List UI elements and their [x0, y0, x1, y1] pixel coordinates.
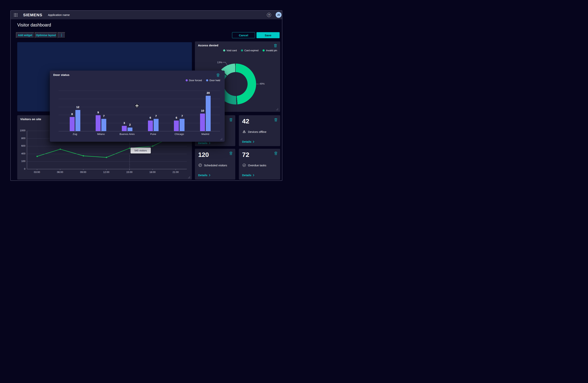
avatar[interactable]: JD [276, 12, 281, 18]
details-link[interactable]: Details [242, 173, 254, 177]
application-name: Application name [48, 13, 70, 17]
bar-value-label: 20 [204, 91, 212, 95]
kpi-value: 42 [242, 117, 249, 125]
delete-widget-icon[interactable] [229, 151, 233, 155]
details-link[interactable]: Details [198, 173, 210, 177]
bar-door-held[interactable] [75, 110, 80, 131]
move-cursor-icon [134, 103, 139, 108]
legend-item: Door held [206, 79, 220, 82]
widget-title: Door status [53, 73, 69, 77]
y-tick-label: 600 [17, 144, 25, 147]
data-point[interactable] [83, 155, 84, 156]
x-tick-label: 12:00 [100, 171, 113, 173]
bar-door-forced[interactable] [200, 114, 205, 131]
bar-value-label: 7 [178, 114, 186, 117]
bar-value-label: 7 [152, 114, 160, 117]
gridline [59, 131, 220, 131]
cancel-button[interactable]: Cancel [232, 32, 255, 38]
door-status-widget[interactable]: Door status Door forcedDoor held 812Zug9… [50, 71, 225, 142]
data-point[interactable] [129, 148, 130, 149]
axis-tick [106, 169, 106, 170]
gridline [59, 91, 220, 91]
page-title: Visitor dashboard [17, 22, 51, 28]
bar-door-held[interactable] [206, 96, 211, 131]
gridline [59, 123, 220, 123]
details-label: Details [198, 141, 208, 145]
axis-tick [205, 131, 206, 132]
category-label: Buenos Aires [115, 133, 139, 135]
kpi-label: Overdue tasks [248, 164, 266, 167]
delete-widget-icon[interactable] [274, 44, 277, 47]
help-icon[interactable]: ? [267, 13, 271, 17]
bar-value-label: 12 [74, 105, 82, 109]
app-launcher-icon[interactable] [14, 13, 18, 17]
category-label: Zug [63, 133, 87, 135]
app-header: SIEMENS Application name ? JD [11, 11, 282, 19]
data-point[interactable] [106, 157, 107, 158]
gridline [59, 115, 220, 115]
resize-grip[interactable] [220, 138, 222, 140]
axis-tick [152, 169, 153, 170]
bar-door-forced[interactable] [174, 120, 179, 131]
delete-widget-icon[interactable] [229, 118, 233, 122]
details-label: Details [242, 140, 251, 143]
chevron-right-icon [253, 174, 254, 176]
legend-item: Invalid pin [263, 49, 277, 52]
clock-icon [198, 163, 202, 167]
siemens-logo: SIEMENS [23, 13, 42, 17]
x-tick-label: 15:00 [123, 171, 136, 173]
legend-dot [206, 79, 208, 81]
resize-grip[interactable] [276, 108, 278, 110]
kpi-label: Devices offline [248, 130, 266, 134]
app-window: SIEMENS Application name ? JD Visitor da… [10, 10, 282, 181]
widget-title: Access denied [198, 44, 218, 47]
chevron-right-icon [253, 141, 254, 143]
door-status-legend: Door forcedDoor held [186, 79, 220, 82]
delete-widget-icon[interactable] [216, 73, 220, 77]
delete-widget-icon[interactable] [274, 151, 277, 155]
bar-door-forced[interactable] [148, 120, 153, 131]
kpi-card-devices-offline: 42 Devices offline Details [239, 115, 280, 146]
optimise-layout-button[interactable]: Optimise layout [35, 32, 57, 38]
legend-dot [186, 79, 188, 81]
y-tick-label: 400 [17, 152, 25, 155]
category-label: Milano [89, 133, 113, 135]
axis-tick [179, 131, 179, 132]
access-denied-legend: Void cardCard expiredInvalid pin [223, 49, 277, 52]
axis-tick [60, 169, 60, 170]
delete-widget-icon[interactable] [274, 118, 277, 122]
bar-door-held[interactable] [180, 119, 185, 131]
legend-item: Door forced [186, 79, 202, 82]
legend-dot [263, 49, 265, 52]
y-tick-label: 100 [17, 160, 25, 163]
details-link[interactable]: Details [198, 141, 210, 145]
add-widget-button[interactable]: Add widget [16, 32, 34, 38]
bar-value-label: 9 [94, 111, 102, 114]
category-label: Pune [141, 133, 166, 135]
x-tick-label: 03:00 [30, 171, 43, 173]
bar-door-held[interactable] [154, 119, 159, 131]
resize-grip[interactable] [188, 176, 190, 178]
save-button[interactable]: Save [256, 32, 280, 38]
bar-value-label: 10 [199, 109, 206, 112]
y-tick-label: 0 [17, 168, 25, 170]
more-options-button[interactable] [58, 32, 65, 38]
details-label: Details [198, 173, 208, 177]
x-tick-label: 21:00 [169, 171, 182, 173]
axis-tick [153, 131, 153, 132]
bar-door-forced[interactable] [122, 126, 127, 131]
legend-item: Card expired [241, 49, 258, 52]
gridline [27, 161, 187, 162]
bar-door-forced[interactable] [96, 115, 101, 131]
data-point[interactable] [37, 156, 38, 157]
kpi-card-overdue-tasks: 72 Overdue tasks Details [239, 149, 280, 180]
bar-value-label: 2 [126, 123, 134, 126]
donut-label-13: 13% [214, 61, 222, 64]
legend-label: Door forced [189, 79, 202, 82]
screen: SIEMENS Application name ? JD Visitor da… [0, 0, 294, 192]
bar-door-held[interactable] [101, 119, 106, 131]
details-link[interactable]: Details [242, 140, 254, 143]
bar-door-forced[interactable] [70, 117, 75, 131]
data-point[interactable] [60, 149, 61, 150]
bar-door-held[interactable] [127, 128, 132, 131]
